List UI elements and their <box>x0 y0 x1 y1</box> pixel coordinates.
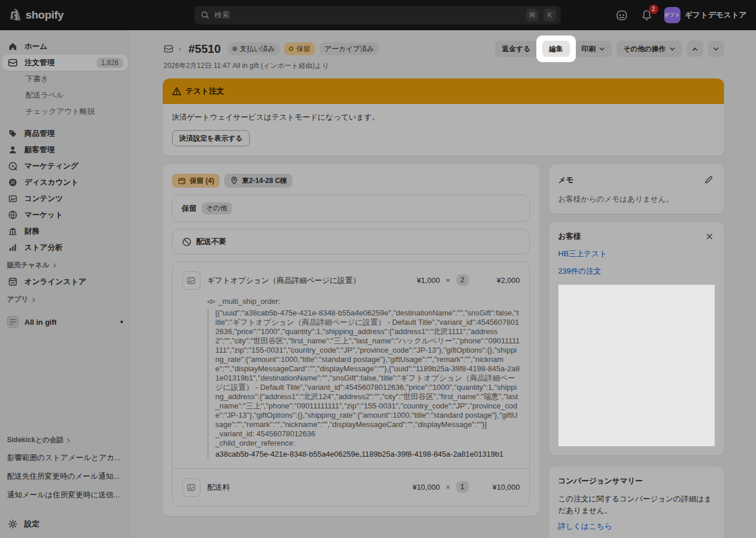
sales-channels-header[interactable]: 販売チャネル <box>0 256 130 274</box>
all-in-gift-app-icon <box>7 316 19 328</box>
account-menu[interactable]: ギフト ギフトデモストア <box>664 7 747 23</box>
header-actions: 返金する 編集 印刷 その他の操作 <box>495 41 723 57</box>
home-icon <box>7 41 19 52</box>
previous-order-button[interactable] <box>687 41 703 57</box>
test-order-banner: テスト注文 決済ゲートウェイサービスはテストモードになっています。 決済設定を表… <box>163 78 724 156</box>
sidebar-item-discounts[interactable]: ディスカウント <box>2 174 128 191</box>
sidebar-item-products[interactable]: 商品管理 <box>2 125 128 142</box>
conversation-item[interactable]: 配送先住所変更時のメール通知... <box>0 467 130 486</box>
sidebar-item-orders[interactable]: 注文管理 1,826 <box>2 55 128 71</box>
button-label: 印刷 <box>582 44 596 54</box>
chevron-down-icon <box>713 47 719 51</box>
refund-button[interactable]: 返金する <box>495 41 538 57</box>
product-thumbnail <box>182 478 200 497</box>
sidebar-item-markets[interactable]: マーケット <box>2 207 128 223</box>
kbd-command: ⌘ <box>526 9 539 21</box>
sidebar-item-label: マーケティング <box>24 161 78 171</box>
package-icon <box>177 176 187 185</box>
online-store-icon <box>7 276 19 288</box>
sidebar-item-marketing[interactable]: マーケティング <box>2 158 128 174</box>
sidebar-item-all-in-gift[interactable]: All in gift • <box>2 314 128 330</box>
edit-note-button[interactable] <box>703 174 715 186</box>
customer-orders-link[interactable]: 239件の注文 <box>558 266 601 277</box>
location-pin-icon <box>230 176 239 185</box>
sidebar-item-home[interactable]: ホーム <box>2 38 128 55</box>
notes-card: メモ お客様からのメモはありません。 <box>549 164 724 214</box>
view-payment-settings-button[interactable]: 決済設定を表示する <box>172 130 250 146</box>
chevron-right-icon <box>66 437 71 443</box>
badge-label: 支払い済み <box>240 44 275 54</box>
line-item-quantity: 1 <box>456 481 469 493</box>
line-items: ギフトオプション（商品詳細ページに設置） ¥1,000 × 2 ¥2,000 <box>172 261 530 507</box>
customer-placeholder-block <box>558 285 715 446</box>
sidebar-item-abandoned-checkouts[interactable]: チェックアウト離脱 <box>2 103 128 120</box>
fulfillment-card: 保留 (4) 東2-14-28 C棟 保留 その他 <box>163 164 539 516</box>
line-item-total: ¥2,000 <box>475 276 520 285</box>
shipping-not-required-row: 配送不要 <box>172 229 530 254</box>
close-icon <box>705 232 714 241</box>
badge-label: 保留 <box>296 44 310 54</box>
more-actions-button[interactable]: その他の操作 <box>617 41 682 57</box>
avatar: ギフト <box>664 7 680 23</box>
notes-title: メモ <box>558 175 574 185</box>
print-button[interactable]: 印刷 <box>575 41 612 57</box>
orders-icon <box>7 57 19 69</box>
line-item: 配送料 ¥10,000 × 1 ¥10,000 <box>173 468 529 506</box>
page-header: › #5510 支払い済み 保留 アーカイブ済み 返金する 編集 印刷 その他の… <box>163 41 724 57</box>
conversation-item[interactable]: 通知メールは住所変更時に送信... <box>0 486 130 504</box>
banner-title: テスト注文 <box>186 86 224 96</box>
line-item: ギフトオプション（商品詳細ページに設置） ¥1,000 × 2 ¥2,000 <box>173 262 529 468</box>
sidebar-item-label: 財務 <box>24 226 40 236</box>
sidebar-item-label: ホーム <box>24 41 48 52</box>
search-placeholder: 検索 <box>214 10 521 20</box>
sidebar-item-online-store[interactable]: オンラインストア <box>2 274 128 290</box>
sidebar-item-content[interactable]: コンテンツ <box>2 191 128 207</box>
conversion-summary-card: コンバージョンサマリー この注文に関するコンバージョンの詳細はまだありません。 … <box>549 467 724 538</box>
multi-ship-order-json: [{"uuid":"a38cab5b-475e-421e-8348-b55a4e… <box>216 309 520 429</box>
hold-ring-icon <box>289 46 293 51</box>
next-order-button[interactable] <box>708 41 724 57</box>
sidebar-item-label: コンテンツ <box>24 193 63 204</box>
store-name: ギフトデモストア <box>685 10 747 20</box>
customer-card: お客様 HB三上テスト 239件の注文 <box>549 222 724 455</box>
hold-reason-badge: その他 <box>202 202 232 214</box>
chevron-down-icon <box>599 47 605 51</box>
order-date-subtitle: 2026年2月12日 11:47 All in gift (インポート経由)より <box>164 61 724 71</box>
order-breadcrumb-icon[interactable] <box>163 43 174 55</box>
chevron-down-icon <box>669 47 675 51</box>
sidebar-item-shipping-labels[interactable]: 配送ラベル <box>2 87 128 103</box>
sidebar-item-label: オンラインストア <box>24 277 86 287</box>
remove-customer-button[interactable] <box>704 231 715 242</box>
search-input[interactable]: 検索 ⌘ K <box>195 6 561 24</box>
breadcrumb-separator: › <box>179 44 182 53</box>
sidebar-item-label: 設定 <box>24 519 40 529</box>
badge-label: 保留 (4) <box>190 176 214 186</box>
hold-reason-row: 保留 その他 <box>172 195 530 222</box>
sidebar-item-analytics[interactable]: ストア分析 <box>2 239 128 256</box>
conversation-item[interactable]: 影響範囲のストアメールとアカ... <box>0 449 130 467</box>
page-title: #5510 <box>188 42 221 56</box>
sidebar-item-label: 注文管理 <box>24 58 55 68</box>
learn-more-link[interactable]: 詳しくはこちら <box>558 521 612 532</box>
child-order-reference-label: _child_order_reference: <box>216 439 520 448</box>
apps-header[interactable]: アプリ <box>0 290 130 308</box>
customer-name-link[interactable]: HB三上テスト <box>558 249 607 259</box>
sidebar-item-label: 商品管理 <box>24 128 55 139</box>
edit-button[interactable]: 編集 <box>542 41 570 57</box>
section-label: 販売チャネル <box>7 260 49 270</box>
sidebar: ホーム 注文管理 1,826 下書き 配送ラベル チェックアウト離脱 商品管理 … <box>0 30 130 538</box>
line-item-title[interactable]: 配送料 <box>207 478 406 493</box>
sidekick-conversations-header[interactable]: Sidekickとの会話 <box>0 431 130 449</box>
sidebar-item-customers[interactable]: 顧客管理 <box>2 142 128 158</box>
sidebar-item-settings[interactable]: 設定 <box>2 516 128 532</box>
code-icon: </> <box>207 298 215 305</box>
image-placeholder-icon <box>187 483 196 492</box>
sidebar-item-drafts[interactable]: 下書き <box>2 71 128 87</box>
sidekick-button[interactable] <box>614 8 629 23</box>
analytics-bars-icon <box>7 242 19 253</box>
badge-label: アーカイブ済み <box>324 44 374 54</box>
line-item-title[interactable]: ギフトオプション（商品詳細ページに設置） <box>207 271 410 286</box>
sidebar-item-finance[interactable]: 財務 <box>2 223 128 239</box>
banner-text: 決済ゲートウェイサービスはテストモードになっています。 <box>172 112 715 123</box>
times-symbol: × <box>446 483 450 492</box>
